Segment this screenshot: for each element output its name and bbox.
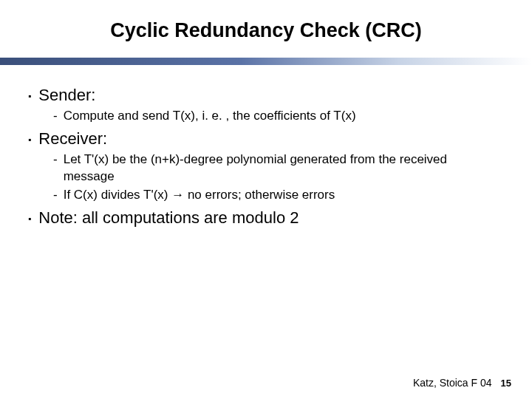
subbullet-sender-1: - Compute and send T(x), i. e. , the coe… xyxy=(53,108,511,125)
subbullet-sender-1-text: Compute and send T(x), i. e. , the coeff… xyxy=(64,108,356,125)
dash-icon: - xyxy=(53,151,58,168)
footer: Katz, Stoica F 04 15 xyxy=(413,377,511,389)
subbullet-receiver-1: - Let T'(x) be the (n+k)-degree polynomi… xyxy=(53,151,511,185)
square-bullet-icon: ▪ xyxy=(28,214,31,224)
divider-bar xyxy=(0,58,532,65)
square-bullet-icon: ▪ xyxy=(28,91,31,101)
footer-page-number: 15 xyxy=(501,378,511,389)
bullet-note: ▪ Note: all computations are modulo 2 xyxy=(28,208,511,228)
dash-icon: - xyxy=(53,187,58,204)
bullet-receiver: ▪ Receiver: xyxy=(28,129,511,149)
subbullet-receiver-2: - If C(x) divides T'(x) → no errors; oth… xyxy=(53,187,511,204)
square-bullet-icon: ▪ xyxy=(28,134,31,145)
bullet-sender: ▪ Sender: xyxy=(28,86,511,105)
slide-content: ▪ Sender: - Compute and send T(x), i. e.… xyxy=(28,81,511,231)
bullet-receiver-label: Receiver: xyxy=(38,129,107,149)
bullet-sender-label: Sender: xyxy=(38,86,95,105)
footer-credit: Katz, Stoica F 04 xyxy=(413,377,492,389)
slide-title: Cyclic Redundancy Check (CRC) xyxy=(21,19,511,42)
slide: Cyclic Redundancy Check (CRC) ▪ Sender: … xyxy=(0,0,532,399)
bullet-note-label: Note: all computations are modulo 2 xyxy=(38,208,299,228)
subbullet-receiver-1-text: Let T'(x) be the (n+k)-degree polynomial… xyxy=(64,151,492,185)
dash-icon: - xyxy=(53,108,58,125)
subbullet-receiver-2-text: If C(x) divides T'(x) → no errors; other… xyxy=(64,187,335,204)
